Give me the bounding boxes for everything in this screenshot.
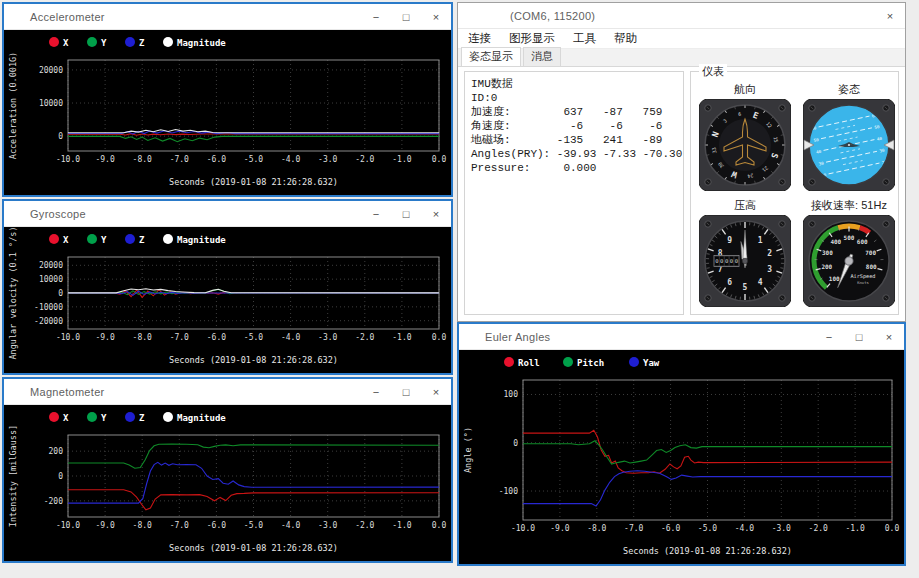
svg-text:-100: -100 bbox=[499, 487, 518, 496]
svg-text:-10.0: -10.0 bbox=[56, 333, 80, 342]
maximize-button[interactable]: □ bbox=[844, 324, 874, 350]
svg-text:-1.0: -1.0 bbox=[392, 333, 411, 342]
minimize-button[interactable]: − bbox=[361, 201, 391, 227]
svg-text:-7.0: -7.0 bbox=[170, 155, 189, 164]
tab-messages[interactable]: 消息 bbox=[523, 47, 561, 66]
svg-text:9: 9 bbox=[727, 236, 732, 245]
magnetometer-titlebar[interactable]: Magnetometer − □ × bbox=[4, 379, 451, 405]
svg-text:0: 0 bbox=[730, 258, 733, 264]
svg-text:-7.0: -7.0 bbox=[624, 524, 643, 533]
svg-text:0: 0 bbox=[513, 439, 518, 448]
close-button[interactable]: × bbox=[421, 379, 451, 405]
svg-text:-1.0: -1.0 bbox=[392, 521, 411, 530]
svg-text:-4.0: -4.0 bbox=[281, 521, 300, 530]
svg-text:10000: 10000 bbox=[39, 275, 63, 284]
heading-compass-gauge: NESW36121521243033 bbox=[699, 99, 791, 191]
svg-text:-5.0: -5.0 bbox=[244, 333, 263, 342]
com-titlebar[interactable]: (COM6, 115200) × bbox=[458, 3, 905, 29]
maximize-button[interactable]: □ bbox=[391, 201, 421, 227]
svg-text:2: 2 bbox=[767, 249, 772, 258]
svg-text:X: X bbox=[63, 38, 69, 48]
menu-help[interactable]: 帮助 bbox=[614, 31, 637, 46]
svg-text:100: 100 bbox=[504, 390, 519, 399]
svg-text:Yaw: Yaw bbox=[643, 358, 660, 368]
svg-text:-5.0: -5.0 bbox=[244, 155, 263, 164]
altimeter-cell: 压高 12345678900000 bbox=[697, 198, 793, 307]
euler-chart-area: -10.0-9.0-8.0-7.0-6.0-5.0-4.0-3.0-2.0-1.… bbox=[459, 350, 904, 564]
svg-text:-8.0: -8.0 bbox=[133, 521, 152, 530]
gyroscope-chart-area: -10.0-9.0-8.0-7.0-6.0-5.0-4.0-3.0-2.0-1.… bbox=[4, 227, 451, 373]
maximize-button[interactable]: □ bbox=[391, 379, 421, 405]
accelerometer-chart: -10.0-9.0-8.0-7.0-6.0-5.0-4.0-3.0-2.0-1.… bbox=[4, 30, 451, 195]
svg-text:-10.0: -10.0 bbox=[56, 521, 80, 530]
euler-angles-chart: -10.0-9.0-8.0-7.0-6.0-5.0-4.0-3.0-2.0-1.… bbox=[459, 350, 904, 564]
svg-text:-6.0: -6.0 bbox=[207, 333, 226, 342]
svg-text:-7.0: -7.0 bbox=[170, 521, 189, 530]
svg-text:100: 100 bbox=[829, 275, 840, 282]
window-controls: − □ × bbox=[361, 201, 451, 227]
svg-text:700: 700 bbox=[865, 249, 876, 256]
svg-text:5: 5 bbox=[743, 283, 748, 292]
svg-text:-8.0: -8.0 bbox=[133, 333, 152, 342]
euler-titlebar[interactable]: Euler Angles − □ × bbox=[459, 324, 904, 350]
svg-text:-3.0: -3.0 bbox=[318, 521, 337, 530]
svg-text:Z: Z bbox=[139, 413, 145, 423]
minimize-button[interactable]: − bbox=[361, 4, 391, 30]
svg-text:-8.0: -8.0 bbox=[587, 524, 606, 533]
svg-text:0: 0 bbox=[58, 132, 63, 141]
menu-bar: 连接 图形显示 工具 帮助 bbox=[458, 29, 905, 49]
svg-text:Seconds (2019-01-08 21:26:28.6: Seconds (2019-01-08 21:26:28.632) bbox=[169, 543, 338, 553]
svg-text:Z: Z bbox=[139, 38, 145, 48]
instruments-group-label: 仪表 bbox=[699, 64, 727, 79]
svg-text:Angle (°): Angle (°) bbox=[463, 427, 473, 473]
close-button[interactable]: × bbox=[421, 201, 451, 227]
svg-text:-9.0: -9.0 bbox=[95, 155, 114, 164]
menu-connect[interactable]: 连接 bbox=[468, 31, 491, 46]
close-button[interactable]: × bbox=[421, 4, 451, 30]
svg-text:-5.0: -5.0 bbox=[244, 521, 263, 530]
desktop: Accelerometer − □ × -10.0-9.0-8.0-7.0-6.… bbox=[0, 0, 919, 578]
menu-tools[interactable]: 工具 bbox=[573, 31, 596, 46]
svg-text:0: 0 bbox=[58, 289, 63, 298]
svg-text:200: 200 bbox=[49, 447, 64, 456]
com-port-window: (COM6, 115200) × 连接 图形显示 工具 帮助 姿态显示 消息 I… bbox=[457, 2, 906, 322]
minimize-button[interactable]: − bbox=[361, 379, 391, 405]
window-controls: − □ × bbox=[361, 4, 451, 30]
minimize-button[interactable]: − bbox=[814, 324, 844, 350]
svg-text:Z: Z bbox=[139, 235, 145, 245]
svg-text:0: 0 bbox=[720, 258, 723, 264]
altimeter-label: 压高 bbox=[697, 198, 793, 213]
accelerometer-titlebar[interactable]: Accelerometer − □ × bbox=[4, 4, 451, 30]
euler-title: Euler Angles bbox=[459, 331, 550, 343]
svg-text:-9.0: -9.0 bbox=[95, 333, 114, 342]
window-controls: − □ × bbox=[814, 324, 904, 350]
gyroscope-titlebar[interactable]: Gyroscope − □ × bbox=[4, 201, 451, 227]
altimeter-gauge: 12345678900000 bbox=[699, 215, 791, 307]
svg-text:0: 0 bbox=[725, 258, 728, 264]
close-button[interactable]: × bbox=[875, 3, 905, 29]
svg-text:-6.0: -6.0 bbox=[207, 155, 226, 164]
svg-text:6: 6 bbox=[727, 278, 732, 287]
svg-text:-200: -200 bbox=[44, 497, 63, 506]
svg-text:-7.0: -7.0 bbox=[170, 333, 189, 342]
svg-text:-20000: -20000 bbox=[34, 317, 63, 326]
svg-text:-3.0: -3.0 bbox=[318, 333, 337, 342]
svg-text:-1.0: -1.0 bbox=[392, 155, 411, 164]
close-button[interactable]: × bbox=[874, 324, 904, 350]
svg-text:0.0: 0.0 bbox=[885, 524, 900, 533]
svg-text:Magnitude: Magnitude bbox=[177, 413, 226, 423]
svg-text:-5.0: -5.0 bbox=[698, 524, 717, 533]
maximize-button[interactable]: □ bbox=[391, 4, 421, 30]
menu-graph-display[interactable]: 图形显示 bbox=[509, 31, 555, 46]
svg-text:300: 300 bbox=[822, 249, 833, 256]
gyroscope-title: Gyroscope bbox=[4, 208, 86, 220]
tab-attitude-display[interactable]: 姿态显示 bbox=[461, 47, 521, 66]
com-title: (COM6, 115200) bbox=[458, 10, 595, 22]
attitude-indicator-gauge: 60605050404030302020 bbox=[803, 99, 895, 191]
svg-text:-2.0: -2.0 bbox=[355, 333, 374, 342]
attitude-label: 姿态 bbox=[801, 82, 897, 97]
svg-text:0.0: 0.0 bbox=[432, 521, 447, 530]
svg-text:Y: Y bbox=[101, 235, 107, 245]
svg-text:15: 15 bbox=[773, 136, 780, 143]
svg-text:3: 3 bbox=[767, 265, 772, 274]
